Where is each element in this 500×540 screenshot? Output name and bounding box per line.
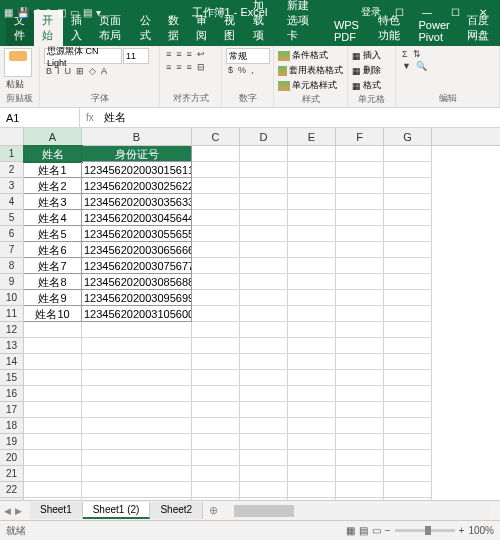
cell-E6[interactable] (288, 226, 336, 242)
cell-G11[interactable] (384, 306, 432, 322)
number-format-select[interactable]: 常规 (226, 48, 270, 64)
col-header-B[interactable]: B (82, 128, 192, 145)
row-header-8[interactable]: 8 (0, 258, 23, 274)
cell-A7[interactable]: 姓名6 (24, 242, 82, 258)
align-bot-icon[interactable]: ≡ (185, 48, 194, 60)
cell-D22[interactable] (240, 482, 288, 498)
cell-D11[interactable] (240, 306, 288, 322)
qat-icon[interactable]: ◧ (57, 7, 66, 18)
row-header-7[interactable]: 7 (0, 242, 23, 258)
add-sheet-button[interactable]: ⊕ (203, 504, 224, 517)
cell-D2[interactable] (240, 162, 288, 178)
cell-D4[interactable] (240, 194, 288, 210)
cell-F20[interactable] (336, 450, 384, 466)
cell-A6[interactable]: 姓名5 (24, 226, 82, 242)
cell-A1[interactable]: 姓名 (24, 146, 82, 162)
cell-D5[interactable] (240, 210, 288, 226)
cell-A14[interactable] (24, 354, 82, 370)
cell-C3[interactable] (192, 178, 240, 194)
cell-F15[interactable] (336, 370, 384, 386)
cell-C21[interactable] (192, 466, 240, 482)
cell-B11[interactable]: 123456202003105600 (82, 306, 192, 322)
zoom-level[interactable]: 100% (468, 525, 494, 536)
cell-C7[interactable] (192, 242, 240, 258)
qat-icon[interactable]: ▭ (70, 7, 79, 18)
cell-B18[interactable] (82, 418, 192, 434)
row-header-13[interactable]: 13 (0, 338, 23, 354)
cell-A11[interactable]: 姓名10 (24, 306, 82, 322)
cell-B15[interactable] (82, 370, 192, 386)
cell-G15[interactable] (384, 370, 432, 386)
cell-D10[interactable] (240, 290, 288, 306)
cell-F4[interactable] (336, 194, 384, 210)
sheet-tab-Sheet1[interactable]: Sheet1 (30, 502, 83, 519)
cell-B9[interactable]: 123456202003085688 (82, 274, 192, 290)
row-header-10[interactable]: 10 (0, 290, 23, 306)
conditional-format-button[interactable]: 条件格式 (278, 48, 343, 63)
tab-百度网盘[interactable]: 百度网盘 (459, 10, 500, 46)
cell-F18[interactable] (336, 418, 384, 434)
cell-G9[interactable] (384, 274, 432, 290)
cell-E12[interactable] (288, 322, 336, 338)
cell-C4[interactable] (192, 194, 240, 210)
align-right-icon[interactable]: ≡ (185, 61, 194, 73)
zoom-in-button[interactable]: + (459, 525, 465, 536)
cell-G13[interactable] (384, 338, 432, 354)
view-layout-icon[interactable]: ▤ (359, 525, 368, 536)
font-name-select[interactable]: 思源黑体 CN Light (44, 48, 122, 64)
cell-E2[interactable] (288, 162, 336, 178)
cell-E16[interactable] (288, 386, 336, 402)
row-header-21[interactable]: 21 (0, 466, 23, 482)
tab-视图[interactable]: 视图 (216, 10, 244, 46)
font-◇-button[interactable]: ◇ (87, 65, 98, 77)
cell-D19[interactable] (240, 434, 288, 450)
tab-特色功能[interactable]: 特色功能 (370, 10, 411, 46)
cell-F13[interactable] (336, 338, 384, 354)
font-⊞-button[interactable]: ⊞ (74, 65, 86, 77)
cell-E13[interactable] (288, 338, 336, 354)
table-format-button[interactable]: 套用表格格式 (278, 63, 343, 78)
zoom-out-button[interactable]: − (385, 525, 391, 536)
row-header-15[interactable]: 15 (0, 370, 23, 386)
cell-E4[interactable] (288, 194, 336, 210)
font-B-button[interactable]: B (44, 65, 54, 77)
cell-B12[interactable] (82, 322, 192, 338)
cell-E8[interactable] (288, 258, 336, 274)
row-header-16[interactable]: 16 (0, 386, 23, 402)
row-header-22[interactable]: 22 (0, 482, 23, 498)
cell-E22[interactable] (288, 482, 336, 498)
cell-A2[interactable]: 姓名1 (24, 162, 82, 178)
cell-C13[interactable] (192, 338, 240, 354)
cell-C6[interactable] (192, 226, 240, 242)
cell-G18[interactable] (384, 418, 432, 434)
cell-F14[interactable] (336, 354, 384, 370)
cell-D14[interactable] (240, 354, 288, 370)
cell-D18[interactable] (240, 418, 288, 434)
cell-C15[interactable] (192, 370, 240, 386)
cell-G8[interactable] (384, 258, 432, 274)
row-header-3[interactable]: 3 (0, 178, 23, 194)
row-header-9[interactable]: 9 (0, 274, 23, 290)
cell-B20[interactable] (82, 450, 192, 466)
cell-G14[interactable] (384, 354, 432, 370)
cell-F9[interactable] (336, 274, 384, 290)
formula-input[interactable]: 姓名 (100, 110, 500, 125)
cell-F1[interactable] (336, 146, 384, 162)
cell-A16[interactable] (24, 386, 82, 402)
cell-A20[interactable] (24, 450, 82, 466)
cell-G1[interactable] (384, 146, 432, 162)
tab-新建选项卡[interactable]: 新建选项卡 (279, 0, 326, 46)
cell-B2[interactable]: 123456202003015611 (82, 162, 192, 178)
row-header-6[interactable]: 6 (0, 226, 23, 242)
cell-B3[interactable]: 123456202003025622 (82, 178, 192, 194)
tab-加载项[interactable]: 加载项 (245, 0, 279, 46)
col-header-C[interactable]: C (192, 128, 240, 145)
cell-F22[interactable] (336, 482, 384, 498)
cell-G21[interactable] (384, 466, 432, 482)
cell-C20[interactable] (192, 450, 240, 466)
fx-icon[interactable]: fx (80, 112, 100, 123)
sheet-tab-Sheet2[interactable]: Sheet2 (150, 502, 203, 519)
undo-icon[interactable]: ↶ (33, 7, 41, 18)
cell-F21[interactable] (336, 466, 384, 482)
align-mid-icon[interactable]: ≡ (174, 48, 183, 60)
